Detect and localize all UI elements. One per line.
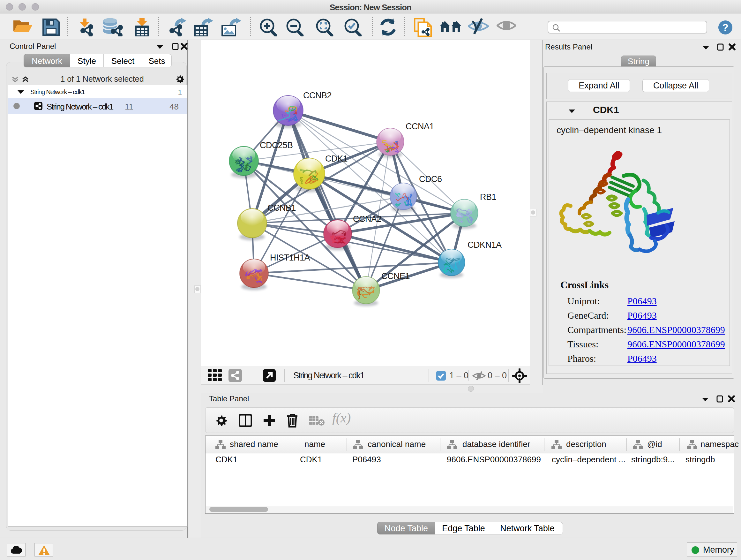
svg-text:CCNB2: CCNB2 <box>303 91 332 100</box>
svg-text:CDC25B: CDC25B <box>260 140 293 150</box>
svg-text:CCNE1: CCNE1 <box>381 271 410 281</box>
svg-text:?: ? <box>722 22 729 33</box>
svg-text:RB1: RB1 <box>480 192 496 202</box>
svg-text:CCNB1: CCNB1 <box>267 203 296 212</box>
svg-text:HIST1H1A: HIST1H1A <box>270 253 310 262</box>
svg-text:CCNA2: CCNA2 <box>353 214 381 224</box>
svg-text:CDC6: CDC6 <box>419 174 442 184</box>
svg-text:CDKN1A: CDKN1A <box>468 240 502 250</box>
svg-text:CDK1: CDK1 <box>325 154 347 164</box>
svg-text:CCNA1: CCNA1 <box>406 122 434 131</box>
